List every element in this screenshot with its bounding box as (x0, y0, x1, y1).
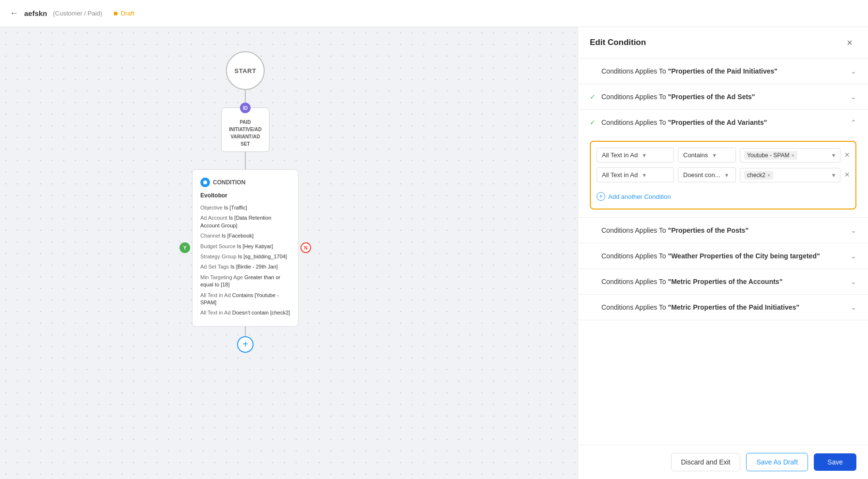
save-as-draft-button[interactable]: Save As Draft (746, 453, 808, 471)
field-chevron-icon-1: ▼ (642, 172, 647, 178)
condition-detail-row: Channel Is [Facebook] (200, 231, 290, 241)
chevron-up-icon: ⌃ (851, 119, 856, 126)
condition-detail-row: Strategy Group Is [sg_bidding_1704] (200, 252, 290, 262)
accordion-label-paid-initiatives: Conditions Applies To "Properties of the… (601, 67, 847, 75)
accordion-item-ad-sets: ✓ Conditions Applies To "Properties of t… (578, 84, 868, 110)
delete-condition-button-1[interactable]: × (844, 170, 850, 180)
operator-label-1: Doesnt con... (683, 171, 720, 179)
tag-input-0[interactable]: Youtube - SPAM × ▼ (740, 148, 840, 163)
accordion-header-ad-variants[interactable]: ✓ Conditions Applies To "Properties of t… (578, 110, 868, 135)
condition-detail-row: Min Targeting Age Greater than or equal … (200, 272, 290, 290)
chevron-down-icon: ⌄ (851, 93, 856, 101)
flow-canvas: START ID PAIDINITIATIVE/ADVARIANT/ADSET … (0, 27, 578, 479)
condition-detail-row: All Text in Ad Doesn't contain [check2] (200, 308, 290, 318)
tag-chevron-icon-1: ▼ (831, 172, 837, 178)
process-node-icon: ID (240, 103, 251, 113)
condition-detail-row: Ad Set Tags Is [Birdie - 29th Jan] (200, 262, 290, 272)
tag-chevron-icon-0: ▼ (831, 152, 837, 158)
add-condition-label: Add another Condition (608, 193, 671, 200)
field-chevron-icon-0: ▼ (642, 152, 647, 158)
delete-condition-button-0[interactable]: × (844, 150, 850, 160)
chevron-down-icon: ⌄ (851, 226, 856, 234)
accordion-header-metric-accounts[interactable]: Conditions Applies To "Metric Properties… (578, 269, 868, 294)
add-step-button[interactable]: + (237, 336, 254, 353)
operator-dropdown-0[interactable]: Contains ▼ (678, 148, 736, 163)
status-badge: Draft (114, 10, 134, 17)
accordion-item-posts: Conditions Applies To "Properties of the… (578, 218, 868, 243)
accordion-label-metric-accounts: Conditions Applies To "Metric Properties… (601, 278, 847, 285)
condition-name: Evoltobor (200, 192, 290, 199)
check-icon: ✓ (590, 93, 598, 101)
accordion-header-paid-initiatives[interactable]: Conditions Applies To "Properties of the… (578, 59, 868, 84)
yes-badge: Y (180, 242, 190, 253)
check-icon: ✓ (590, 119, 598, 126)
field-label-0: All Text in Ad (602, 151, 638, 159)
accordion-content-ad-variants: All Text in Ad ▼ Contains ▼ Youtube - SP… (578, 135, 868, 217)
accordion-label-ad-variants: Conditions Applies To "Properties of the… (601, 119, 847, 126)
accordion-header-ad-sets[interactable]: ✓ Conditions Applies To "Properties of t… (578, 84, 868, 109)
accordion-item-weather: Conditions Applies To "Weather Propertie… (578, 243, 868, 269)
edit-condition-panel: Edit Condition × Conditions Applies To "… (578, 27, 868, 479)
chevron-down-icon: ⌄ (851, 252, 856, 260)
panel-title: Edit Condition (590, 38, 646, 47)
operator-chevron-icon-1: ▼ (724, 172, 730, 178)
accordion-label-weather: Conditions Applies To "Weather Propertie… (601, 252, 847, 260)
condition-node: CONDITION Evoltobor Objective Is [Traffi… (192, 169, 299, 327)
accordion-label-metric-paid: Conditions Applies To "Metric Properties… (601, 303, 847, 311)
condition-detail-row: Budget Source Is [Hey Katiyar] (200, 241, 290, 252)
back-button[interactable]: ← (10, 8, 18, 18)
plus-circle-icon: + (597, 192, 605, 201)
tag-input-1[interactable]: check2 × ▼ (740, 168, 840, 182)
operator-chevron-icon-0: ▼ (712, 152, 717, 158)
topbar: ← aefskn (Customer / Paid) Draft (0, 0, 868, 27)
remove-tag-icon-1-0[interactable]: × (767, 172, 770, 178)
add-condition-button[interactable]: + Add another Condition (597, 187, 850, 203)
close-panel-button[interactable]: × (843, 36, 856, 49)
field-dropdown-0[interactable]: All Text in Ad ▼ (597, 148, 674, 163)
condition-wrapper: Y N CONDITION Evoltobor Objective Is [Tr… (192, 169, 299, 327)
condition-title: CONDITION (213, 179, 245, 186)
page-title: aefskn (24, 9, 47, 17)
flow-connector-3 (245, 327, 246, 336)
accordion-item-metric-accounts: Conditions Applies To "Metric Properties… (578, 269, 868, 295)
accordion-item-paid-initiatives: Conditions Applies To "Properties of the… (578, 59, 868, 84)
tag-0-0: Youtube - SPAM × (744, 151, 797, 160)
status-dot-icon (114, 12, 118, 15)
flow-connector-2 (245, 152, 246, 169)
operator-dropdown-1[interactable]: Doesnt con... ▼ (678, 167, 736, 182)
breadcrumb: (Customer / Paid) (53, 10, 103, 17)
chevron-down-icon: ⌄ (851, 278, 856, 285)
accordion-header-weather[interactable]: Conditions Applies To "Weather Propertie… (578, 243, 868, 269)
panel-body: Conditions Applies To "Properties of the… (578, 59, 868, 445)
tag-1-0: check2 × (744, 171, 773, 180)
accordion-container: Conditions Applies To "Properties of the… (578, 59, 868, 320)
chevron-down-icon: ⌄ (851, 303, 856, 311)
accordion-header-metric-paid[interactable]: Conditions Applies To "Metric Properties… (578, 295, 868, 320)
status-label: Draft (120, 10, 134, 17)
field-label-1: All Text in Ad (602, 171, 638, 179)
condition-detail-row: All Text in Ad Contains [Youtube - SPAM] (200, 290, 290, 308)
accordion-item-ad-variants: ✓ Conditions Applies To "Properties of t… (578, 110, 868, 218)
condition-icon (200, 178, 210, 187)
condition-rows: Objective Is [Traffic]Ad Account Is [Dat… (200, 203, 290, 318)
save-button[interactable]: Save (814, 453, 856, 471)
chevron-down-icon: ⌄ (851, 67, 856, 75)
accordion-header-posts[interactable]: Conditions Applies To "Properties of the… (578, 218, 868, 243)
panel-footer: Discard and Exit Save As Draft Save (578, 445, 868, 479)
condition-detail-row: Objective Is [Traffic] (200, 203, 290, 213)
accordion-item-metric-paid: Conditions Applies To "Metric Properties… (578, 295, 868, 320)
start-node: START (226, 51, 265, 90)
discard-exit-button[interactable]: Discard and Exit (671, 453, 741, 471)
panel-header: Edit Condition × (578, 27, 868, 59)
conditions-editor: All Text in Ad ▼ Contains ▼ Youtube - SP… (590, 141, 856, 210)
accordion-label-ad-sets: Conditions Applies To "Properties of the… (601, 93, 847, 101)
condition-header: CONDITION (200, 178, 290, 187)
condition-edit-row-0: All Text in Ad ▼ Contains ▼ Youtube - SP… (597, 148, 850, 163)
no-badge: N (300, 242, 311, 253)
field-dropdown-1[interactable]: All Text in Ad ▼ (597, 167, 674, 182)
accordion-label-posts: Conditions Applies To "Properties of the… (601, 226, 847, 234)
flow-diagram: START ID PAIDINITIATIVE/ADVARIANT/ADSET … (192, 51, 299, 353)
remove-tag-icon-0-0[interactable]: × (791, 152, 794, 158)
operator-label-0: Contains (683, 151, 708, 159)
condition-detail-row: Ad Account Is [Data Retention Account Gr… (200, 213, 290, 231)
